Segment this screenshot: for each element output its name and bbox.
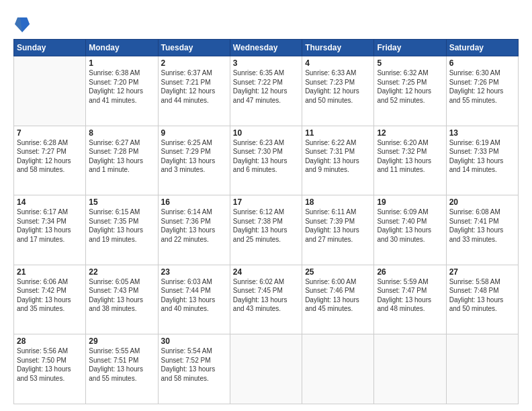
day-info: Sunrise: 6:22 AMSunset: 7:31 PMDaylight:…: [305, 138, 371, 175]
day-info: Sunrise: 6:37 AMSunset: 7:21 PMDaylight:…: [161, 68, 227, 105]
day-number: 30: [161, 336, 227, 346]
calendar-cell: 20Sunrise: 6:08 AMSunset: 7:41 PMDayligh…: [446, 195, 518, 265]
day-number: 23: [161, 267, 227, 277]
day-info: Sunrise: 6:33 AMSunset: 7:23 PMDaylight:…: [305, 68, 371, 105]
calendar-weekday-header: Tuesday: [158, 40, 230, 56]
day-info: Sunrise: 6:06 AMSunset: 7:42 PMDaylight:…: [17, 277, 83, 314]
header: [13, 12, 519, 34]
calendar-weekday-header: Monday: [86, 40, 158, 56]
calendar-cell: [302, 334, 374, 404]
day-info: Sunrise: 5:54 AMSunset: 7:52 PMDaylight:…: [161, 347, 227, 383]
calendar-cell: 4Sunrise: 6:33 AMSunset: 7:23 PMDaylight…: [302, 56, 374, 126]
day-number: 1: [89, 58, 154, 68]
day-number: 14: [17, 197, 83, 207]
day-info: Sunrise: 6:19 AMSunset: 7:33 PMDaylight:…: [449, 138, 515, 175]
day-info: Sunrise: 5:56 AMSunset: 7:50 PMDaylight:…: [17, 347, 83, 383]
calendar-week-row: 7Sunrise: 6:28 AMSunset: 7:27 PMDaylight…: [14, 126, 519, 195]
day-number: 6: [449, 58, 515, 68]
calendar-cell: 12Sunrise: 6:20 AMSunset: 7:32 PMDayligh…: [374, 126, 446, 195]
calendar-cell: 24Sunrise: 6:02 AMSunset: 7:45 PMDayligh…: [230, 265, 302, 334]
calendar-weekday-header: Friday: [374, 40, 446, 56]
day-info: Sunrise: 6:28 AMSunset: 7:27 PMDaylight:…: [17, 138, 83, 175]
calendar-cell: 9Sunrise: 6:25 AMSunset: 7:29 PMDaylight…: [158, 126, 230, 195]
calendar-cell: 8Sunrise: 6:27 AMSunset: 7:28 PMDaylight…: [86, 126, 158, 195]
calendar-header-row: SundayMondayTuesdayWednesdayThursdayFrid…: [14, 40, 519, 56]
calendar-cell: 22Sunrise: 6:05 AMSunset: 7:43 PMDayligh…: [86, 265, 158, 334]
day-number: 4: [305, 58, 371, 68]
day-number: 28: [17, 336, 83, 346]
calendar-table: SundayMondayTuesdayWednesdayThursdayFrid…: [13, 39, 519, 404]
day-info: Sunrise: 6:25 AMSunset: 7:29 PMDaylight:…: [161, 138, 227, 175]
day-number: 7: [17, 128, 83, 138]
logo: [13, 15, 31, 34]
day-info: Sunrise: 6:35 AMSunset: 7:22 PMDaylight:…: [233, 68, 299, 105]
calendar-week-row: 1Sunrise: 6:38 AMSunset: 7:20 PMDaylight…: [14, 56, 519, 126]
day-number: 18: [305, 197, 371, 207]
day-number: 27: [449, 267, 515, 277]
calendar-cell: 3Sunrise: 6:35 AMSunset: 7:22 PMDaylight…: [230, 56, 302, 126]
calendar-week-row: 28Sunrise: 5:56 AMSunset: 7:50 PMDayligh…: [14, 334, 519, 404]
calendar-weekday-header: Thursday: [302, 40, 374, 56]
calendar-cell: 27Sunrise: 5:58 AMSunset: 7:48 PMDayligh…: [446, 265, 518, 334]
day-info: Sunrise: 6:02 AMSunset: 7:45 PMDaylight:…: [233, 277, 299, 314]
day-info: Sunrise: 6:03 AMSunset: 7:44 PMDaylight:…: [161, 277, 227, 314]
day-number: 19: [377, 197, 443, 207]
day-number: 22: [89, 267, 154, 277]
day-number: 13: [449, 128, 515, 138]
calendar-weekday-header: Wednesday: [230, 40, 302, 56]
calendar-cell: 16Sunrise: 6:14 AMSunset: 7:36 PMDayligh…: [158, 195, 230, 265]
calendar-cell: 30Sunrise: 5:54 AMSunset: 7:52 PMDayligh…: [158, 334, 230, 404]
calendar-cell: 29Sunrise: 5:55 AMSunset: 7:51 PMDayligh…: [86, 334, 158, 404]
day-info: Sunrise: 6:27 AMSunset: 7:28 PMDaylight:…: [89, 138, 154, 175]
calendar-weekday-header: Sunday: [14, 40, 86, 56]
calendar-cell: [14, 56, 86, 126]
day-info: Sunrise: 6:17 AMSunset: 7:34 PMDaylight:…: [17, 208, 83, 244]
page: SundayMondayTuesdayWednesdayThursdayFrid…: [0, 0, 532, 411]
day-number: 9: [161, 128, 227, 138]
calendar-cell: 14Sunrise: 6:17 AMSunset: 7:34 PMDayligh…: [14, 195, 86, 265]
calendar-cell: 2Sunrise: 6:37 AMSunset: 7:21 PMDaylight…: [158, 56, 230, 126]
day-number: 5: [377, 58, 443, 68]
day-info: Sunrise: 6:15 AMSunset: 7:35 PMDaylight:…: [89, 208, 154, 244]
calendar-week-row: 21Sunrise: 6:06 AMSunset: 7:42 PMDayligh…: [14, 265, 519, 334]
day-info: Sunrise: 5:55 AMSunset: 7:51 PMDaylight:…: [89, 347, 154, 383]
day-number: 25: [305, 267, 371, 277]
day-info: Sunrise: 6:23 AMSunset: 7:30 PMDaylight:…: [233, 138, 299, 175]
day-number: 17: [233, 197, 299, 207]
calendar-cell: 19Sunrise: 6:09 AMSunset: 7:40 PMDayligh…: [374, 195, 446, 265]
day-number: 29: [89, 336, 154, 346]
calendar-cell: 23Sunrise: 6:03 AMSunset: 7:44 PMDayligh…: [158, 265, 230, 334]
day-number: 10: [233, 128, 299, 138]
calendar-cell: 13Sunrise: 6:19 AMSunset: 7:33 PMDayligh…: [446, 126, 518, 195]
day-info: Sunrise: 5:59 AMSunset: 7:47 PMDaylight:…: [377, 277, 443, 314]
calendar-cell: 7Sunrise: 6:28 AMSunset: 7:27 PMDaylight…: [14, 126, 86, 195]
calendar-weekday-header: Saturday: [446, 40, 518, 56]
day-info: Sunrise: 6:32 AMSunset: 7:25 PMDaylight:…: [377, 68, 443, 105]
calendar-cell: [374, 334, 446, 404]
calendar-cell: 17Sunrise: 6:12 AMSunset: 7:38 PMDayligh…: [230, 195, 302, 265]
day-info: Sunrise: 6:11 AMSunset: 7:39 PMDaylight:…: [305, 208, 371, 244]
calendar-week-row: 14Sunrise: 6:17 AMSunset: 7:34 PMDayligh…: [14, 195, 519, 265]
calendar-cell: [230, 334, 302, 404]
day-info: Sunrise: 6:05 AMSunset: 7:43 PMDaylight:…: [89, 277, 154, 314]
day-number: 20: [449, 197, 515, 207]
day-number: 24: [233, 267, 299, 277]
calendar-cell: 11Sunrise: 6:22 AMSunset: 7:31 PMDayligh…: [302, 126, 374, 195]
day-info: Sunrise: 6:30 AMSunset: 7:26 PMDaylight:…: [449, 68, 515, 105]
day-info: Sunrise: 6:20 AMSunset: 7:32 PMDaylight:…: [377, 138, 443, 175]
calendar-cell: 6Sunrise: 6:30 AMSunset: 7:26 PMDaylight…: [446, 56, 518, 126]
day-number: 16: [161, 197, 227, 207]
day-number: 8: [89, 128, 154, 138]
calendar-cell: 15Sunrise: 6:15 AMSunset: 7:35 PMDayligh…: [86, 195, 158, 265]
day-number: 3: [233, 58, 299, 68]
logo-icon: [15, 15, 30, 34]
day-number: 21: [17, 267, 83, 277]
day-info: Sunrise: 6:14 AMSunset: 7:36 PMDaylight:…: [161, 208, 227, 244]
calendar-cell: [446, 334, 518, 404]
calendar-cell: 28Sunrise: 5:56 AMSunset: 7:50 PMDayligh…: [14, 334, 86, 404]
calendar-cell: 10Sunrise: 6:23 AMSunset: 7:30 PMDayligh…: [230, 126, 302, 195]
calendar-cell: 26Sunrise: 5:59 AMSunset: 7:47 PMDayligh…: [374, 265, 446, 334]
day-info: Sunrise: 6:12 AMSunset: 7:38 PMDaylight:…: [233, 208, 299, 244]
day-number: 11: [305, 128, 371, 138]
day-info: Sunrise: 5:58 AMSunset: 7:48 PMDaylight:…: [449, 277, 515, 314]
